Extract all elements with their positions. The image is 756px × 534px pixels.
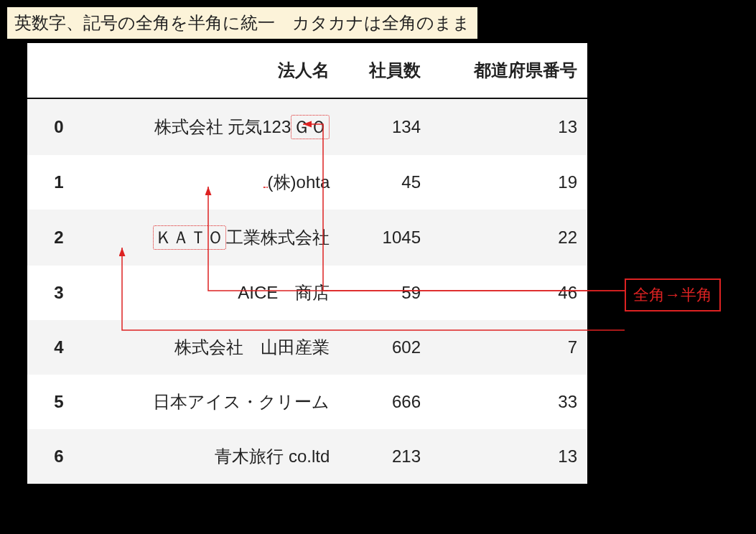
name-pre: 株式会社 山田産業 (174, 337, 330, 357)
row-index: 5 (27, 375, 90, 429)
callout-zenkaku-to-hankaku: 全角→半角 (625, 278, 721, 312)
header-col1: 法人名 (90, 43, 340, 98)
row-index: 3 (27, 266, 90, 320)
zenkaku-highlight: ＧＯ (291, 115, 330, 139)
table-row: 2 ＫＡＴＯ工業株式会社 1045 22 (27, 210, 587, 266)
cell-pref: 13 (431, 429, 587, 484)
name-pre: 青木旅行 co.ltd (215, 446, 330, 466)
name-pre: 株式会社 元気123 (154, 117, 291, 136)
row-index: 6 (27, 429, 90, 484)
table-row: 4 株式会社 山田産業 602 7 (27, 320, 587, 375)
name-post: (株)ohta (268, 172, 330, 192)
data-table-container: 法人名 社員数 都道府県番号 0 株式会社 元気123ＧＯ 134 13 1 (… (27, 43, 587, 484)
cell-name: (株)ohta (90, 155, 340, 210)
row-index: 0 (27, 98, 90, 155)
table-row: 3 AICE 商店 59 46 (27, 266, 587, 320)
cell-emp: 45 (340, 155, 431, 210)
row-index: 1 (27, 155, 90, 210)
row-index: 2 (27, 210, 90, 266)
cell-name: 株式会社 元気123ＧＯ (90, 98, 340, 155)
cell-name: 青木旅行 co.ltd (90, 429, 340, 484)
row-index: 4 (27, 320, 90, 375)
name-pre: AICE 商店 (238, 283, 330, 302)
table-row: 0 株式会社 元気123ＧＯ 134 13 (27, 98, 587, 155)
cell-pref: 13 (431, 98, 587, 155)
header-col2: 社員数 (340, 43, 431, 98)
cell-emp: 666 (340, 375, 431, 429)
zenkaku-highlight: ＫＡＴＯ (153, 225, 226, 250)
name-pre: 日本アイス・クリーム (153, 392, 330, 411)
cell-name: ＫＡＴＯ工業株式会社 (90, 210, 340, 266)
cell-pref: 33 (431, 375, 587, 429)
cell-name: 日本アイス・クリーム (90, 375, 340, 429)
header-col3: 都道府県番号 (431, 43, 587, 98)
table-row: 5 日本アイス・クリーム 666 33 (27, 375, 587, 429)
cell-name: AICE 商店 (90, 266, 340, 320)
cell-emp: 602 (340, 320, 431, 375)
name-post: 工業株式会社 (226, 228, 330, 247)
cell-pref: 22 (431, 210, 587, 266)
cell-emp: 213 (340, 429, 431, 484)
table-row: 6 青木旅行 co.ltd 213 13 (27, 429, 587, 484)
cell-pref: 46 (431, 266, 587, 320)
banner-text: 英数字、記号の全角を半角に統一 カタカナは全角のまま (7, 7, 477, 39)
table-row: 1 (株)ohta 45 19 (27, 155, 587, 210)
cell-emp: 134 (340, 98, 431, 155)
data-table: 法人名 社員数 都道府県番号 0 株式会社 元気123ＧＯ 134 13 1 (… (27, 43, 587, 484)
cell-emp: 1045 (340, 210, 431, 266)
cell-pref: 19 (431, 155, 587, 210)
cell-name: 株式会社 山田産業 (90, 320, 340, 375)
cell-emp: 59 (340, 266, 431, 320)
cell-pref: 7 (431, 320, 587, 375)
header-blank (27, 43, 90, 98)
